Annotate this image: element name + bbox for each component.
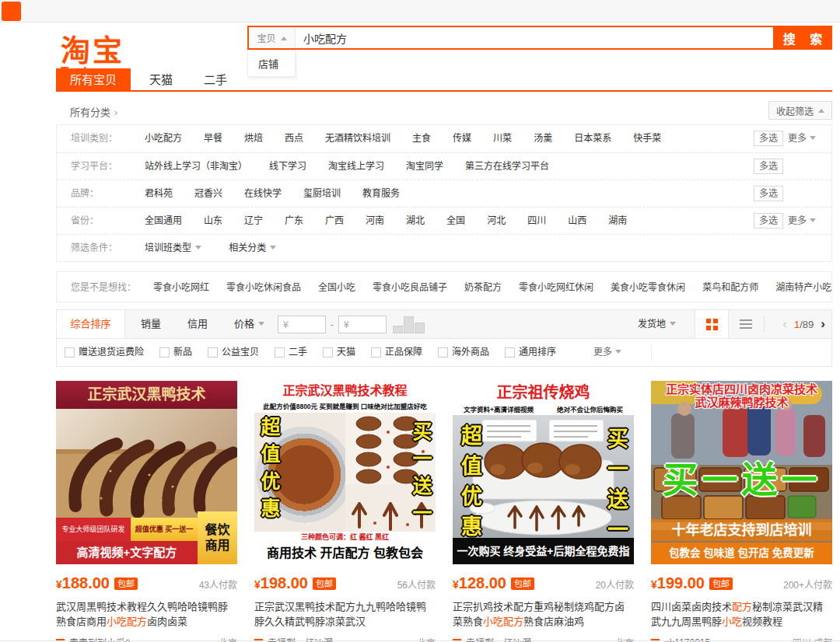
sort-price[interactable]: 价格 bbox=[234, 310, 264, 338]
filter-link[interactable]: 站外线上学习（非淘宝） bbox=[145, 161, 247, 172]
filter-link[interactable]: 无酒精饮料培训 bbox=[325, 133, 390, 144]
price-histogram-icon[interactable] bbox=[393, 316, 429, 333]
suggest-link[interactable]: 美食小吃零食休闲 bbox=[611, 282, 685, 293]
filter-link[interactable]: 汤羹 bbox=[534, 133, 552, 144]
checkbox-label: 海外商品 bbox=[452, 339, 489, 365]
product-title-text: 小吃 bbox=[722, 616, 742, 627]
option-checkbox[interactable]: 海外商品 bbox=[438, 339, 489, 365]
filter-link[interactable]: 在线快学 bbox=[244, 188, 282, 199]
option-checkbox[interactable]: 新品 bbox=[159, 339, 192, 365]
suggest-link[interactable]: 全国小吃 bbox=[318, 282, 355, 293]
options-more-button[interactable]: 更多 bbox=[593, 339, 621, 365]
filter-link[interactable]: 河南 bbox=[366, 215, 384, 226]
filter-link[interactable]: 四川 bbox=[527, 215, 546, 226]
filter-link[interactable]: 湖南 bbox=[608, 215, 627, 226]
list-view-button[interactable] bbox=[730, 310, 761, 338]
price-max-input[interactable] bbox=[338, 316, 387, 333]
ship-from-label: 发货地 bbox=[638, 310, 666, 338]
sort-composite[interactable]: 综合排序 bbox=[57, 310, 125, 338]
browser-top-strip bbox=[0, 0, 840, 23]
dropdown-related-category[interactable]: 相关分类 bbox=[229, 235, 276, 261]
filter-link[interactable]: 小吃配方 bbox=[145, 133, 182, 144]
tab-secondhand[interactable]: 二手 bbox=[188, 68, 243, 92]
filter-link[interactable]: 河北 bbox=[487, 215, 506, 226]
filter-link[interactable]: 广东 bbox=[285, 215, 303, 226]
filter-link[interactable]: 山东 bbox=[204, 215, 222, 226]
suggest-link[interactable]: 零食小吃网红休闲 bbox=[519, 282, 593, 293]
product-title[interactable]: 正宗武汉黑鸭技术配方九九鸭哈哈镜鸭脖久久精武鸭脖凉菜武汉 bbox=[254, 599, 436, 629]
product-image[interactable]: 正宗武汉黑鸭技术 专业大师级团队研发 超值优惠 买一送一 餐饮商用 高清视频+文… bbox=[56, 381, 237, 564]
ship-from-dropdown[interactable]: 发货地 bbox=[638, 310, 676, 338]
checkbox-icon bbox=[275, 347, 285, 358]
option-checkbox[interactable]: 正品保障 bbox=[371, 339, 422, 365]
product-image[interactable]: 正宗祖传烧鸡 文字资料+高清详细视频绝对不会让你后悔购买 超值优惠 买一送一 一… bbox=[453, 381, 634, 564]
filter-link[interactable]: 教育服务 bbox=[362, 188, 400, 199]
price-min-input[interactable] bbox=[278, 316, 326, 333]
suggest-link[interactable]: 零食小吃网红 bbox=[153, 282, 209, 293]
sort-credit[interactable]: 信用 bbox=[187, 310, 208, 338]
seller-name[interactable]: ab1170015 bbox=[664, 637, 710, 642]
filter-link[interactable]: 主食 bbox=[412, 133, 431, 144]
filter-link[interactable]: 淘宝线上学习 bbox=[328, 161, 384, 172]
filter-link[interactable]: 川菜 bbox=[493, 133, 512, 144]
search-button[interactable]: 搜 索 bbox=[773, 27, 831, 48]
multi-select-button[interactable]: 多选 bbox=[754, 186, 783, 201]
checkbox-icon bbox=[159, 347, 170, 358]
filter-link[interactable]: 湖北 bbox=[406, 215, 425, 226]
grid-view-button[interactable] bbox=[695, 310, 729, 338]
filter-link[interactable]: 冠香兴 bbox=[194, 188, 222, 199]
multi-select-button[interactable]: 多选 bbox=[754, 213, 783, 229]
filter-link[interactable]: 早餐 bbox=[204, 133, 222, 144]
option-checkbox[interactable]: 通用排序 bbox=[505, 339, 556, 365]
suggest-link[interactable]: 零食小吃休闲食品 bbox=[226, 282, 301, 293]
chevron-down-icon bbox=[195, 246, 201, 253]
search-scope-dropdown[interactable]: 宝贝 bbox=[249, 27, 296, 48]
filter-link[interactable]: 日本菜系 bbox=[574, 133, 611, 144]
filter-link[interactable]: 辽宁 bbox=[244, 215, 263, 226]
option-checkbox[interactable]: 公益宝贝 bbox=[208, 339, 259, 365]
filter-link[interactable]: 广西 bbox=[325, 215, 344, 226]
filter-panel: 培训类别： 小吃配方早餐烘焙西点无酒精饮料培训主食传媒川菜汤羹日本菜系快手菜 多… bbox=[56, 124, 832, 262]
more-button[interactable]: 更多 bbox=[788, 125, 816, 152]
product-title[interactable]: 武汉周黑鸭技术教程久久鸭哈哈镜鸭脖熟食店商用小吃配方卤肉卤菜 bbox=[56, 599, 237, 629]
product-title[interactable]: 四川卤菜卤肉技术配方秘制凉菜武汉精武九九周黑鸭脖小吃视频教程 bbox=[651, 599, 832, 629]
dropdown-training-type[interactable]: 培训班类型 bbox=[145, 235, 201, 261]
search-input[interactable] bbox=[296, 27, 773, 48]
filter-link[interactable]: 淘宝同学 bbox=[406, 161, 443, 172]
filter-link[interactable]: 山西 bbox=[568, 215, 586, 226]
search-scope-menu-item-shop[interactable]: 店铺 bbox=[247, 50, 296, 77]
prev-page-icon[interactable]: ‹ bbox=[782, 316, 787, 332]
option-checkbox[interactable]: 二手 bbox=[275, 339, 307, 365]
filter-link[interactable]: 烘焙 bbox=[244, 133, 263, 144]
filter-link[interactable]: 全国 bbox=[446, 215, 465, 226]
breadcrumb[interactable]: 所有分类› bbox=[70, 104, 117, 119]
option-checkbox[interactable]: 天猫 bbox=[323, 339, 355, 365]
more-button[interactable]: 更多 bbox=[788, 208, 816, 234]
product-image[interactable]: 正宗实体店四川卤肉凉菜技术 武汉麻辣鸭脖技术 买一送一 十年老店支持到店培训 包… bbox=[651, 381, 832, 564]
app-square-icon[interactable] bbox=[2, 2, 21, 21]
filter-links: 全国通用山东辽宁广东广西河南湖北全国河北四川山西湖南 bbox=[145, 208, 703, 234]
filter-link[interactable]: 传媒 bbox=[453, 133, 471, 144]
tab-all-items[interactable]: 所有宝贝 bbox=[56, 68, 131, 92]
sort-sales[interactable]: 销量 bbox=[141, 310, 161, 338]
option-checkbox[interactable]: 赠送退货运费险 bbox=[65, 339, 144, 365]
suggest-link[interactable]: 湖南特产小吃零食 bbox=[775, 282, 832, 293]
filter-link[interactable]: 快手菜 bbox=[633, 133, 661, 144]
next-page-icon[interactable]: › bbox=[821, 316, 825, 332]
filter-link[interactable]: 第三方在线学习平台 bbox=[465, 161, 549, 172]
multi-select-button[interactable]: 多选 bbox=[754, 159, 783, 174]
filter-link[interactable]: 全国通用 bbox=[145, 215, 182, 226]
filter-link[interactable]: 线下学习 bbox=[269, 161, 306, 172]
product-image[interactable]: 正宗武汉黑鸭技术教程 此配方价值8800元 买到就是赚到 口味绝对比加盟店好吃 … bbox=[254, 381, 436, 564]
multi-select-button[interactable]: 多选 bbox=[754, 131, 783, 146]
filter-link[interactable]: 玺厨培训 bbox=[303, 188, 341, 199]
tab-tmall[interactable]: 天猫 bbox=[134, 68, 188, 92]
suggest-link[interactable]: 零食小吃良品铺子 bbox=[373, 282, 447, 293]
suggest-link[interactable]: 菜鸟和配方师 bbox=[702, 282, 758, 293]
image-bottom-text: 包教会 包味道 包开店 免费更新 bbox=[651, 543, 832, 564]
product-title[interactable]: 正宗扒鸡技术配方重鸡秘制烧鸡配方卤菜熟食小吃配方熟食店麻油鸡 bbox=[453, 599, 634, 629]
filter-link[interactable]: 西点 bbox=[285, 133, 303, 144]
suggest-link[interactable]: 奶茶配方 bbox=[464, 282, 502, 293]
filter-link[interactable]: 君科苑 bbox=[145, 188, 173, 199]
collapse-filters-button[interactable]: 收起筛选 bbox=[768, 101, 832, 120]
